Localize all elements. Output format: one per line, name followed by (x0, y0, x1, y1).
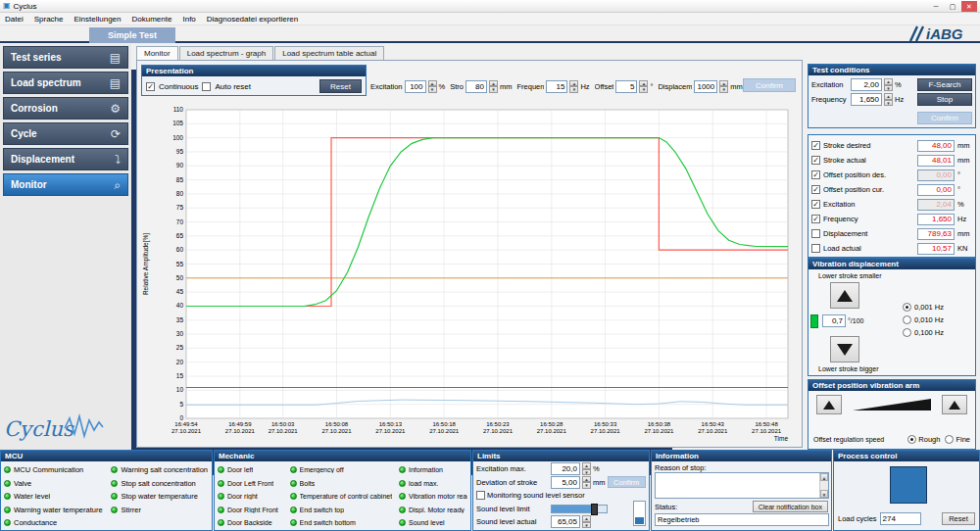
vibration-displacement-panel: Vibration displacement Lower stroke smal… (808, 258, 976, 376)
value-spinner[interactable]: ▲▼ (582, 476, 591, 489)
process-reset-button[interactable]: Reset (942, 512, 975, 525)
main-area: MonitorLoad spectrum - graphLoad spectru… (134, 44, 805, 450)
measurement-value[interactable]: 48,00 (917, 140, 955, 152)
value-spinner[interactable]: ▲▼ (639, 80, 648, 93)
param-input-stro[interactable]: 80 (466, 80, 487, 93)
input-frequency[interactable]: 1,650 (851, 93, 882, 106)
menu-item-info[interactable]: Info (182, 15, 195, 24)
spin-down-icon: ▼ (582, 522, 591, 529)
menu-item-datei[interactable]: Datei (5, 15, 24, 24)
close-button[interactable]: ✕ (961, 1, 977, 12)
measurement-checkbox[interactable] (811, 229, 820, 238)
value-spinner[interactable]: ▲▼ (428, 80, 437, 93)
sidebar-item-test-series[interactable]: Test series▤ (3, 46, 128, 69)
sidebar-item-monitor[interactable]: Monitor⌕ (3, 173, 128, 196)
f-search-button[interactable]: F-Search (917, 78, 972, 91)
param-row: Excitation100▲▼%Stro80▲▼mmFrequen15▲▼HzO… (370, 78, 745, 94)
value-spinner[interactable]: ▲▼ (582, 515, 591, 528)
slider-handle[interactable] (591, 504, 598, 515)
measurement-value[interactable]: 48,01 (917, 155, 955, 167)
value-spinner[interactable]: ▲▼ (884, 78, 893, 91)
radio-button[interactable] (903, 303, 911, 312)
input-excitation[interactable]: 2,00 (851, 78, 882, 91)
status-door-right-front: Door Right Front (218, 504, 290, 517)
measurement-checkbox[interactable] (811, 244, 820, 253)
reason-of-stop-listbox[interactable]: ▲ ▼ (655, 472, 829, 499)
stop-button[interactable]: Stop (917, 93, 972, 106)
value-spinner[interactable]: ▲▼ (719, 80, 728, 93)
measurement-checkbox[interactable]: ✓ (811, 185, 820, 194)
radio-button[interactable] (903, 315, 911, 324)
process-control-panel: Process control Load cycles 274 Reset (833, 450, 980, 531)
continuous-label: Continuous (159, 82, 198, 91)
radio-button[interactable] (945, 435, 954, 444)
measurement-value[interactable]: 1,650 (917, 214, 955, 225)
offset-left-button[interactable] (816, 395, 842, 414)
displacement-icon: ⤵ (115, 153, 121, 167)
status-end-switch-bottom: End switch bottom (290, 516, 399, 530)
svg-text:16:50:23: 16:50:23 (486, 421, 510, 427)
clear-notification-button[interactable]: Clear notification box (753, 501, 828, 512)
status-label: Status: (655, 503, 677, 511)
sidebar-item-load-spectrum[interactable]: Load spectrum▤ (3, 72, 128, 94)
maximize-button[interactable]: ▢ (945, 1, 960, 12)
step-value-input[interactable]: 0,7 (822, 314, 846, 327)
green-indicator-icon (4, 519, 11, 526)
value-spinner[interactable]: ▲▼ (582, 462, 591, 475)
test-conditions-confirm-button[interactable]: Confirm (917, 112, 972, 124)
monitoring-sound-checkbox[interactable] (476, 491, 485, 500)
status-water-level: Water level (4, 490, 111, 504)
measurement-value[interactable]: 789,63 (917, 228, 955, 240)
tab-simple-test[interactable]: Simple Test (89, 27, 175, 43)
sidebar-item-corrosion[interactable]: Corrosion⚙ (3, 97, 128, 120)
menu-item-einstellungen[interactable]: Einstellungen (74, 15, 121, 24)
measurement-value[interactable]: 0,00 (917, 184, 955, 196)
sidebar-item-cycle[interactable]: Cycle⟳ (3, 122, 128, 145)
offset-right-button[interactable] (942, 395, 967, 414)
measurement-checkbox[interactable]: ✓ (811, 215, 820, 223)
value-spinner[interactable]: ▲▼ (884, 93, 893, 106)
svg-text:27.10.2021: 27.10.2021 (698, 428, 728, 434)
rate-option-0-001-hz: 0,001 Hz (903, 301, 944, 314)
radio-button[interactable] (907, 435, 916, 444)
tab-monitor[interactable]: Monitor (136, 46, 178, 60)
listbox-scrollbar[interactable]: ▲ ▼ (819, 473, 828, 498)
mcu-header: MCU (1, 451, 212, 461)
param-confirm-button[interactable]: Confirm (743, 78, 796, 92)
minimize-button[interactable]: ─ (928, 1, 944, 12)
sound-level-fill (635, 517, 644, 524)
rate-option-0-100-hz: 0,100 Hz (903, 326, 944, 339)
value-spinner[interactable]: ▲▼ (489, 80, 498, 93)
menu-item-sprache[interactable]: Sprache (34, 15, 64, 24)
status-valve: Valve (4, 477, 111, 491)
stroke-smaller-button[interactable] (830, 282, 859, 309)
sound-level-limit-slider[interactable] (551, 505, 608, 513)
limits-confirm-button[interactable]: Confirm (608, 476, 647, 488)
measurement-checkbox[interactable]: ✓ (811, 200, 820, 209)
menu-item-dokumente[interactable]: Dokumente (132, 15, 172, 24)
radio-button[interactable] (903, 328, 911, 337)
scroll-up-icon[interactable]: ▲ (820, 473, 828, 481)
measurement-checkbox[interactable]: ✓ (811, 156, 820, 165)
measurement-checkbox[interactable]: ✓ (811, 141, 820, 150)
reset-button[interactable]: Reset (319, 79, 362, 93)
auto-reset-checkbox[interactable] (202, 82, 211, 91)
deviation-of-stroke-input[interactable]: 5,00 (551, 476, 580, 489)
measurement-checkbox[interactable]: ✓ (811, 170, 820, 179)
tab-load-spectrum-graph[interactable]: Load spectrum - graph (179, 46, 274, 60)
value-spinner[interactable]: ▲▼ (569, 80, 578, 93)
menu-item-diagnosedatei-exportieren[interactable]: Diagnosedatei exportieren (207, 15, 298, 24)
sidebar-item-displacement[interactable]: Displacement⤵ (3, 148, 128, 170)
stroke-bigger-button[interactable] (830, 336, 859, 362)
excitation-max-input[interactable]: 20,0 (551, 462, 580, 475)
status-bolts: Bolts (290, 477, 399, 491)
param-input-excitation[interactable]: 100 (405, 80, 426, 93)
param-input-displacem[interactable]: 1000 (694, 80, 717, 93)
scroll-down-icon[interactable]: ▼ (820, 490, 828, 498)
iabg-logo-text: iABG (926, 25, 963, 42)
param-input-offset[interactable]: 5 (615, 80, 637, 93)
continuous-checkbox[interactable]: ✓ (146, 82, 155, 91)
tab-load-spectrum-table-actual[interactable]: Load spectrum table actual (274, 46, 384, 60)
measurement-value[interactable]: 10,57 (917, 243, 955, 255)
param-input-frequen[interactable]: 15 (546, 80, 567, 93)
